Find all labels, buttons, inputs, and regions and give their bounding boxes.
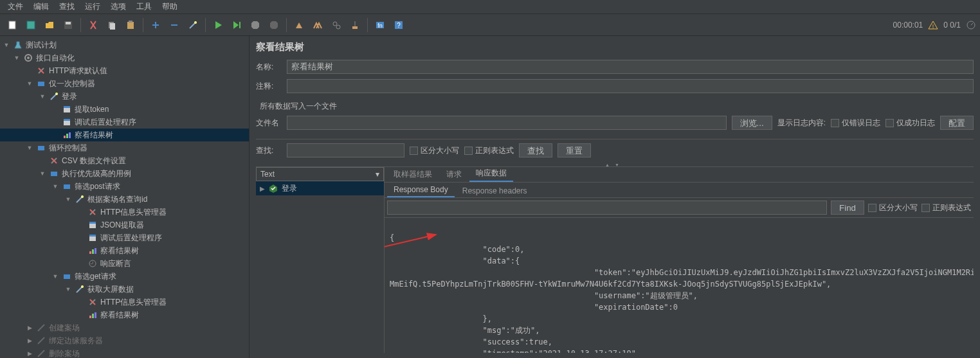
response-body[interactable]: { "code":0, "data":{ "token":"eyJhbGciOi… [385, 218, 974, 353]
menu-options[interactable]: 选项 [105, 0, 131, 13]
tree-json-extractor[interactable]: JSON提取器 [0, 219, 249, 231]
minus-icon[interactable] [166, 17, 183, 33]
error-only-checkbox[interactable]: 仅错误日志 [831, 118, 880, 129]
renderer-dropdown[interactable]: Text▾ [256, 167, 384, 181]
svg-rect-37 [89, 235, 96, 237]
search-button[interactable]: 查找 [519, 143, 552, 157]
svg-point-33 [81, 195, 84, 198]
thread-counts: 0 0/1 [943, 21, 961, 30]
run-now-icon[interactable] [228, 17, 245, 33]
case-checkbox[interactable]: 区分大小写 [410, 145, 459, 156]
tree-view-results3[interactable]: 察看结果树 [0, 309, 249, 321]
tree-resp-assert[interactable]: 响应断言 [0, 257, 249, 270]
new-icon[interactable] [4, 17, 21, 33]
svg-rect-24 [64, 106, 70, 108]
menu-run[interactable]: 运行 [80, 0, 105, 13]
tab-request[interactable]: 请求 [440, 167, 468, 182]
reset-button[interactable]: 重置 [558, 143, 591, 157]
show-log-label: 显示日志内容: [777, 118, 826, 129]
svg-text:?: ? [397, 22, 401, 29]
sampler-icon [36, 323, 46, 333]
svg-rect-42 [64, 274, 70, 279]
controller-icon [36, 78, 46, 89]
svg-point-10 [333, 22, 337, 26]
tree-delete-scene[interactable]: ▶删除案场 [0, 347, 249, 358]
tree-test-plan[interactable]: ▼测试计划 [0, 39, 249, 51]
menu-edit[interactable]: 编辑 [28, 0, 54, 13]
menu-tools[interactable]: 工具 [131, 0, 157, 13]
tree-priority[interactable]: ▼执行优先级高的用例 [0, 167, 249, 180]
tree-debug-post[interactable]: 调试后置处理程序 [0, 116, 249, 129]
open-icon[interactable] [41, 17, 58, 33]
listener-icon [87, 310, 98, 320]
tab-sampler-result[interactable]: 取样器结果 [387, 167, 439, 182]
run-icon[interactable] [210, 17, 226, 33]
tree-panel: ▼测试计划 ▼接口自动化 HTTP请求默认值 ▼仅一次控制器 ▼登录 提取tok… [0, 36, 250, 358]
menu-file[interactable]: 文件 [3, 0, 28, 13]
tab-response[interactable]: 响应数据 [469, 166, 513, 182]
configure-button[interactable]: 配置 [940, 116, 974, 130]
svg-rect-31 [51, 172, 57, 176]
stop-icon[interactable] [247, 17, 264, 33]
reset-search-icon[interactable] [347, 17, 363, 33]
tree-auto[interactable]: ▼接口自动化 [0, 51, 249, 64]
name-input[interactable] [287, 60, 974, 74]
paste-icon[interactable] [122, 17, 139, 33]
plus-icon[interactable] [147, 17, 164, 33]
cut-icon[interactable] [85, 17, 102, 33]
success-only-checkbox[interactable]: 仅成功日志 [885, 118, 935, 129]
tree-create-scene[interactable]: ▶创建案场 [0, 321, 249, 334]
find-input[interactable] [387, 201, 827, 215]
sampler-icon [49, 91, 59, 102]
subtab-body[interactable]: Response Body [387, 183, 455, 197]
menu-help[interactable]: 帮助 [157, 0, 183, 13]
menu-search[interactable]: 查找 [54, 0, 80, 13]
controller-icon [62, 181, 72, 192]
controller-icon [36, 143, 46, 153]
tree-filter-post[interactable]: ▼筛选post请求 [0, 180, 249, 193]
regex-checkbox[interactable]: 正则表达式 [464, 145, 514, 156]
tree-http-defaults[interactable]: HTTP请求默认值 [0, 64, 249, 77]
svg-point-43 [81, 285, 84, 288]
tree-login[interactable]: ▼登录 [0, 90, 249, 103]
tree-bind-edge[interactable]: ▶绑定边缘服务器 [0, 334, 249, 347]
find-case-checkbox[interactable]: 区分大小写 [868, 202, 918, 213]
svg-rect-46 [95, 312, 96, 318]
warning-icon[interactable]: ! [928, 20, 938, 30]
copy-icon[interactable] [104, 17, 120, 33]
browse-button[interactable]: 浏览... [732, 116, 772, 130]
find-button[interactable]: Find [831, 201, 864, 215]
subtab-headers[interactable]: Response headers [456, 184, 534, 197]
tree-csv[interactable]: CSV 数据文件设置 [0, 154, 249, 167]
sampler-item-login[interactable]: ▶ 登录 [256, 181, 384, 195]
extractor-icon [62, 104, 72, 114]
name-label: 名称: [256, 62, 282, 73]
clear-all-icon[interactable] [309, 17, 326, 33]
filename-input[interactable] [287, 116, 727, 130]
tree-http-header[interactable]: HTTP信息头管理器 [0, 206, 249, 219]
tree-filter-get[interactable]: ▼筛选get请求 [0, 270, 249, 283]
clear-icon[interactable] [291, 17, 307, 33]
function-icon[interactable]: fn [372, 17, 388, 33]
svg-point-8 [194, 21, 197, 24]
tree-once[interactable]: ▼仅一次控制器 [0, 77, 249, 90]
tree-http-header2[interactable]: HTTP信息头管理器 [0, 296, 249, 309]
tree-debug-post2[interactable]: 调试后置处理程序 [0, 231, 249, 244]
wand-icon[interactable] [185, 17, 201, 33]
tree-get-screen[interactable]: ▼获取大屏数据 [0, 283, 249, 296]
chevron-down-icon: ▾ [376, 170, 379, 179]
tree-loop[interactable]: ▼循环控制器 [0, 141, 249, 154]
find-regex-checkbox[interactable]: 正则表达式 [921, 202, 971, 213]
gauge-icon[interactable] [966, 20, 976, 30]
search-input[interactable] [287, 143, 404, 157]
comment-input[interactable] [287, 79, 974, 93]
tree-by-scene-id[interactable]: ▼根据案场名查询id [0, 193, 249, 206]
tree-extract-token[interactable]: 提取token [0, 103, 249, 116]
tree-view-results2[interactable]: 察看结果树 [0, 244, 249, 257]
help-icon[interactable]: ? [390, 17, 407, 33]
template-icon[interactable] [23, 17, 39, 33]
shutdown-icon[interactable] [266, 17, 282, 33]
save-icon[interactable] [60, 17, 77, 33]
search-icon[interactable] [328, 17, 345, 33]
tree-view-results[interactable]: 察看结果树 [0, 129, 249, 141]
